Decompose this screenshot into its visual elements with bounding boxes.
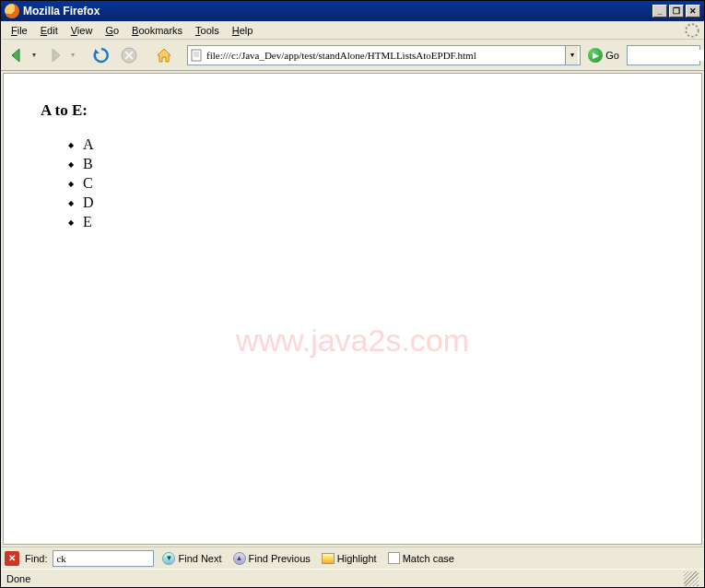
find-input-wrap (53, 550, 154, 567)
find-previous-label: Find Previous (249, 553, 311, 564)
content-area: A to E: A B C D E www.java2s.com (3, 73, 702, 545)
restore-button[interactable]: ❐ (669, 5, 684, 18)
home-button[interactable] (152, 43, 176, 67)
find-label: Find: (25, 553, 47, 564)
status-text: Done (6, 573, 30, 584)
url-dropdown[interactable]: ▾ (565, 46, 578, 65)
stop-button[interactable] (117, 43, 141, 67)
url-input[interactable] (206, 50, 565, 61)
find-input[interactable] (53, 551, 153, 566)
list-item: B (68, 156, 664, 172)
navigation-toolbar: ▾ ▾ ▾ ▶ Go G (1, 40, 704, 71)
highlight-button[interactable]: Highlight (319, 553, 380, 564)
menu-edit[interactable]: Edit (34, 23, 65, 38)
back-history-dropdown[interactable]: ▾ (32, 51, 40, 59)
page-heading: A to E: (41, 101, 664, 120)
search-box[interactable]: G (627, 45, 700, 65)
menu-bar: File Edit View Go Bookmarks Tools Help (1, 21, 704, 40)
title-bar: Mozilla Firefox _ ❐ ✕ (1, 1, 704, 21)
go-button[interactable]: ▶ Go (584, 48, 623, 63)
find-next-icon: ▼ (162, 552, 175, 565)
close-find-button[interactable]: ✕ (5, 551, 19, 566)
highlight-icon (322, 553, 335, 564)
page-body: A to E: A B C D E (4, 74, 701, 261)
reload-button[interactable] (89, 43, 113, 67)
window-controls: _ ❐ ✕ (652, 5, 700, 18)
svg-rect-2 (192, 50, 201, 61)
firefox-icon (5, 4, 19, 18)
watermark: www.java2s.com (236, 323, 469, 359)
list-item: E (68, 214, 664, 230)
menu-tools[interactable]: Tools (189, 23, 226, 38)
url-bar[interactable]: ▾ (187, 45, 581, 65)
go-icon: ▶ (588, 48, 603, 63)
menu-bookmarks[interactable]: Bookmarks (125, 23, 189, 38)
menu-file[interactable]: File (5, 23, 34, 38)
highlight-label: Highlight (337, 553, 377, 564)
find-previous-icon: ▲ (233, 552, 246, 565)
svg-point-0 (686, 24, 699, 37)
menu-view[interactable]: View (65, 23, 100, 38)
forward-button[interactable] (43, 43, 67, 67)
list-item: C (68, 175, 664, 192)
search-input[interactable] (631, 50, 705, 61)
close-button[interactable]: ✕ (686, 5, 700, 18)
throbber-icon (684, 22, 700, 39)
menu-go[interactable]: Go (99, 23, 125, 38)
resize-grip[interactable] (684, 571, 699, 586)
find-previous-button[interactable]: ▲ Find Previous (230, 552, 313, 565)
list-item: D (68, 194, 664, 211)
find-next-button[interactable]: ▼ Find Next (159, 552, 224, 565)
find-next-label: Find Next (178, 553, 221, 564)
back-button[interactable] (5, 43, 29, 67)
window-title: Mozilla Firefox (23, 5, 652, 18)
match-case-checkbox[interactable] (388, 552, 400, 564)
page-icon (190, 49, 203, 62)
find-bar: ✕ Find: ▼ Find Next ▲ Find Previous High… (1, 547, 704, 569)
forward-history-dropdown[interactable]: ▾ (71, 51, 78, 59)
minimize-button[interactable]: _ (652, 5, 667, 18)
match-case-label: Match case (403, 553, 454, 564)
status-bar: Done (1, 569, 704, 587)
list-item: A (68, 136, 664, 153)
menu-help[interactable]: Help (226, 23, 260, 38)
match-case-toggle[interactable]: Match case (385, 552, 457, 564)
list: A B C D E (68, 136, 664, 230)
go-label: Go (605, 50, 619, 61)
